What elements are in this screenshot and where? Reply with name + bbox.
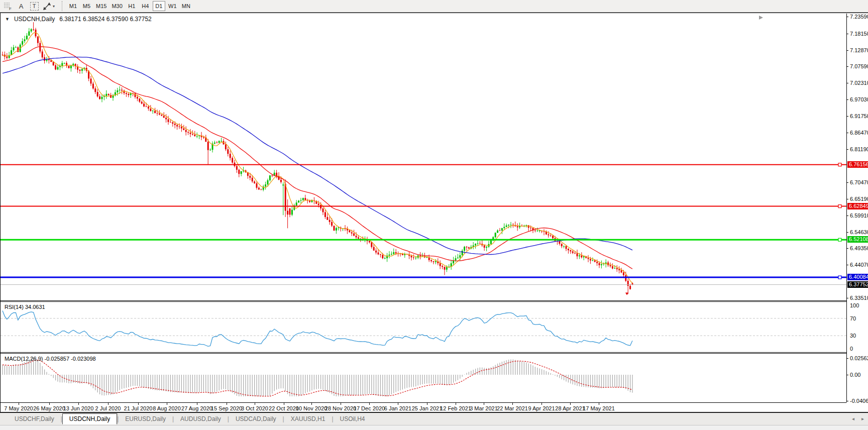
timeframe-button-mn[interactable]: MN [180,1,192,11]
status-bar [0,425,868,430]
price-axis-label: 6.97030 [850,96,868,102]
svg-text:F: F [9,7,12,11]
date-axis-tick [484,403,484,405]
tab-scroll-right-icon[interactable]: ▸ [861,416,864,421]
date-axis-tick [311,403,312,405]
text-box-icon[interactable]: T [28,1,40,12]
tab-usdcnh[interactable]: USDCNH,Daily [62,413,117,424]
chart-tabs: USDCHF,Daily|USDCNH,Daily|EURUSD,Daily|A… [8,413,372,425]
date-axis-label: 25 Jan 2021 [412,405,443,411]
date-axis-tick [512,403,513,405]
date-axis-label: 7 May 2020 [4,405,33,411]
date-axis-label: 28 Nov 2020 [325,405,356,411]
date-axis-label: 17 Dec 2020 [354,405,385,411]
price-axis-label: 6.81190 [850,146,868,152]
date-axis-tick [108,403,108,405]
date-axis-tick [398,403,398,405]
toolbar-separator [62,1,62,11]
date-axis-tick [197,403,197,405]
text-label-icon[interactable]: A [15,1,27,12]
tab-eurusd[interactable]: EURUSD,Daily [119,413,172,424]
price-axis-label: 6.86470 [850,130,868,136]
timeframe-button-d1[interactable]: D1 [153,1,165,11]
tab-usdcad[interactable]: USDCAD,Daily [229,413,283,424]
date-axis-label: 10 Nov 2020 [296,405,327,411]
date-axis-tick [227,403,227,405]
grid-dots-icon: F [4,2,13,11]
diagonal-arrows-icon [43,3,51,10]
timeframe-button-m30[interactable]: M30 [110,1,124,11]
grid-f-icon[interactable]: F [2,1,14,12]
price-axis-line [846,14,847,402]
rsi-scale-label: 30 [850,333,856,339]
price-axis-label: 7.12870 [850,47,868,53]
date-axis-label: 13 Jun 2020 [63,405,94,411]
date-axis-tick [541,403,542,405]
price-axis-label: 6.54630 [850,229,868,235]
price-axis-label: 7.02310 [850,80,868,86]
macd-scale-label: 0.025623 [850,355,868,361]
timeframe-button-w1[interactable]: W1 [166,1,179,11]
date-axis-tick [341,403,341,405]
letter-a: A [19,3,24,10]
price-axis-label: 7.23590 [850,14,868,20]
chevron-down-icon[interactable]: ▾ [53,4,58,9]
hline-price-label: 6.52108 [847,236,868,243]
letter-t-boxed: T [30,2,39,11]
price-axis-label: 6.91750 [850,113,868,119]
date-axis-label: 28 Apr 2021 [555,405,585,411]
rsi-scale-label: 100 [850,302,859,308]
tab-xauusd[interactable]: XAUUSD,H1 [284,413,332,424]
date-axis-label: 15 Sep 2020 [211,405,242,411]
timeframe-button-m5[interactable]: M5 [80,1,93,11]
hline-price-label: 6.40084 [847,274,868,280]
timeframe-buttons: M1M5M15M30H1H4D1W1MN [66,1,193,11]
rsi-scale-label: 0 [850,346,853,352]
macd-scale-label: 0.00 [850,372,860,378]
timeframe-button-m1[interactable]: M1 [67,1,79,11]
price-axis-label: 6.65190 [850,196,868,202]
timeframe-button-m15[interactable]: M15 [94,1,108,11]
date-axis-label: 22 Mar 2021 [497,405,528,411]
price-axis[interactable]: 7.235907.181507.128707.075907.023106.970… [846,13,868,413]
date-axis-tick [138,403,139,405]
date-axis-label: 27 Aug 2020 [181,405,212,411]
date-axis-tick [599,403,599,405]
hline-price-label: 6.37752 [847,281,868,288]
date-axis-label: 12 Feb 2021 [440,405,471,411]
price-axis-label: 7.18150 [850,31,868,37]
tab-scroll-left-icon[interactable]: ◂ [852,416,854,421]
price-axis-label: 6.59910 [850,212,868,219]
tab-usdchf[interactable]: USDCHF,Daily [8,413,61,424]
date-axis-label: 17 May 2021 [583,405,615,411]
date-axis-tick [456,403,456,405]
hline-price-label: 6.76156 [847,161,868,168]
date-axis-label: 26 May 2020 [33,405,65,411]
tab-audusd[interactable]: AUDUSD,Daily [174,413,228,424]
tab-usoil[interactable]: USOil,H4 [334,413,372,424]
macd-scale-label: -0.040687 [850,398,868,404]
date-axis-label: 8 Aug 2020 [153,405,181,411]
chart-window[interactable]: ▼ USDCNH,Daily 6.38171 6.38524 6.37590 6… [0,13,868,412]
date-axis-tick [284,403,284,405]
date-axis-tick [19,403,19,405]
price-axis-label: 6.70470 [850,179,868,185]
date-axis-tick [427,403,427,405]
price-axis-label: 6.33510 [850,295,868,301]
date-axis-tick [369,403,370,405]
price-axis-label: 7.07590 [850,63,868,69]
date-axis-label: 9 Apr 2021 [528,405,555,411]
date-axis-tick [49,403,50,405]
toolbar: F A T ▾ M1M5M15M30H1H4D1W1MN [0,0,868,13]
date-axis-tick [255,403,255,405]
date-axis[interactable]: 7 May 202026 May 202013 Jun 20202 Jul 20… [1,13,846,413]
date-axis-tick [570,403,571,405]
timeframe-button-h1[interactable]: H1 [126,1,138,11]
date-axis-label: 21 Jul 2020 [124,405,153,411]
price-axis-label: 6.49350 [850,245,868,251]
date-axis-label: 22 Oct 2020 [269,405,299,411]
date-axis-label: 6 Jan 2021 [384,405,411,411]
cursor-arrows-icon[interactable] [41,1,53,12]
rsi-scale-label: 70 [850,315,856,321]
timeframe-button-h4[interactable]: H4 [139,1,152,11]
